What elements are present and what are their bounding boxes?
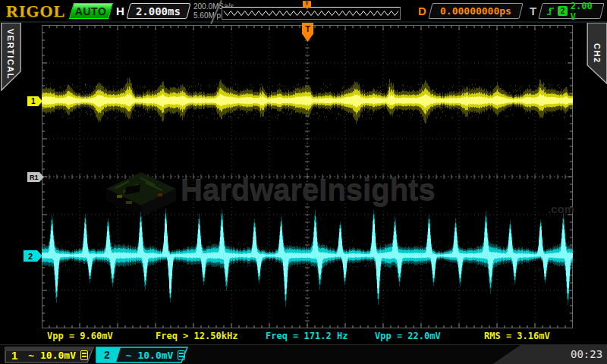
waveform-preview-strip[interactable] xyxy=(222,7,401,20)
ch1-position-marker[interactable]: 1 xyxy=(27,96,42,106)
rising-edge-icon xyxy=(546,6,555,17)
trigger-label: T xyxy=(530,5,536,17)
measurement-vpp-ch1[interactable]: Vpp = 9.60mV xyxy=(47,331,113,341)
waveform-canvas xyxy=(42,25,573,328)
trigger-source-badge: 2 xyxy=(558,6,567,16)
measurement-freq-ch2[interactable]: Freq = 171.2 Hz xyxy=(266,331,348,341)
ch1-bandwidth-icon xyxy=(80,350,88,360)
trigger-level-value: 2.00 V xyxy=(571,1,602,22)
clock: 00:23 xyxy=(571,348,602,360)
ch1-number: 1 xyxy=(11,349,17,362)
graticule-area[interactable]: HardwareInsights .com xyxy=(42,25,573,328)
ch2-bandwidth-icon xyxy=(178,350,185,360)
rigol-logo: RIGOL xyxy=(6,2,65,21)
run-status-badge[interactable]: AUTO xyxy=(69,3,113,19)
tab-vertical-menu[interactable]: VERTICAL xyxy=(1,23,22,96)
timebase-readout[interactable]: 2.000ms xyxy=(126,3,190,19)
ch2-position-marker[interactable]: 2 xyxy=(24,250,42,262)
trigger-delay-readout[interactable]: 0.00000000ps xyxy=(428,3,523,19)
ch1-badge[interactable]: 1 ~ 10.0mV xyxy=(5,347,96,363)
ch2-number: 2 xyxy=(104,349,110,361)
measurements-row: Vpp = 9.60mV Freq > 12.50kHz Freq = 171.… xyxy=(0,330,607,343)
strip-trigger-position-icon[interactable]: T xyxy=(303,1,311,7)
ch2-scale: ~ 10.0mV xyxy=(126,350,174,361)
measurement-freq-ch1[interactable]: Freq > 12.50kHz xyxy=(156,331,237,341)
bottom-channel-bar: 1 ~ 10.0mV 2 ~ 10.0mV 00:23 xyxy=(0,344,607,364)
tab-ch2-label: CH2 xyxy=(593,43,602,64)
ch2-badge[interactable]: 2 ~ 10.0mV xyxy=(96,347,190,363)
oscilloscope-screen: RIGOL AUTO H 2.000ms 200.0MSa/s5.60M pts… xyxy=(0,0,607,364)
measurement-vpp-ch2[interactable]: Vpp = 22.0mV xyxy=(375,331,441,341)
tab-ch2-menu[interactable]: CH2 xyxy=(587,23,607,89)
delay-label: D xyxy=(418,5,426,17)
horizontal-label: H xyxy=(116,5,124,17)
ch1-scale: ~ 10.0mV xyxy=(28,350,76,361)
tab-vertical-label: VERTICAL xyxy=(6,29,15,80)
top-status-bar: RIGOL AUTO H 2.000ms 200.0MSa/s5.60M pts… xyxy=(0,0,607,23)
measurement-rms[interactable]: RMS = 3.16mV xyxy=(484,331,550,341)
preview-squiggle xyxy=(222,8,400,19)
trigger-settings-box[interactable]: 2 2.00 V xyxy=(538,3,604,19)
